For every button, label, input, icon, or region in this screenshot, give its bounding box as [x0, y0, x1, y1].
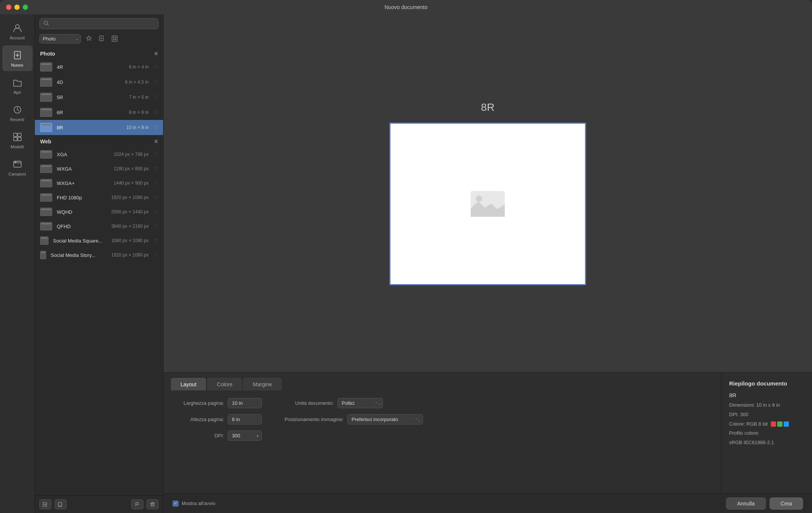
dimensioni-label: Dimensioni:	[729, 402, 755, 408]
template-size-6R: 8 in × 6 in	[129, 110, 149, 115]
template-item-WXGA[interactable]: WXGA 1280 px × 800 px ♡	[35, 162, 163, 176]
svg-rect-24	[58, 502, 62, 507]
template-heart-social-story[interactable]: ♡	[153, 252, 158, 258]
nuovo-icon	[11, 49, 23, 61]
recenti-icon	[11, 104, 23, 116]
category-select-wrap: Photo Web Print Video Custom	[39, 34, 81, 44]
add-template-button[interactable]	[39, 499, 51, 509]
template-item-4R[interactable]: 4R 6 in × 4 in ♡	[35, 59, 163, 75]
section-header-web: Web ≡	[35, 135, 163, 147]
template-item-FHD1080p[interactable]: FHD 1080p 1920 px × 1080 px ♡	[35, 190, 163, 205]
search-input[interactable]	[51, 21, 154, 26]
sidebar-item-modelli[interactable]: Modelli	[2, 127, 33, 153]
section-menu-photo[interactable]: ≡	[154, 50, 158, 57]
tab-layout[interactable]: Layout	[171, 378, 206, 390]
sidebar-item-account[interactable]: Account	[2, 18, 33, 44]
template-heart-social-square[interactable]: ♡	[153, 238, 158, 244]
template-heart-8R[interactable]: ♡	[153, 125, 158, 131]
section-title-web: Web	[40, 138, 51, 145]
unita-select[interactable]: Pollici Centimetri Millimetri Pixel	[338, 398, 383, 408]
dimensioni-value: 10 in x 8 in	[756, 402, 780, 408]
template-heart-4D[interactable]: ♡	[153, 79, 158, 85]
template-heart-WQHD[interactable]: ♡	[153, 209, 158, 215]
section-menu-web[interactable]: ≡	[154, 138, 158, 145]
flag-template-button[interactable]	[131, 499, 143, 509]
show-on-start-checkbox[interactable]: ✓	[173, 501, 179, 507]
dpi-label: DPI:	[175, 433, 224, 438]
profilo-label: Profilo colore:	[729, 430, 759, 436]
sidebar-item-nuovo[interactable]: Nuovo	[2, 45, 33, 71]
template-size-QFHD: 3840 px × 2160 px	[111, 224, 149, 229]
template-thumb-WQHD	[40, 208, 52, 216]
favorite-filter-button[interactable]	[84, 34, 94, 44]
category-select[interactable]: Photo Web Print Video Custom	[39, 34, 81, 44]
template-item-XGA[interactable]: XGA 1024 px × 768 px ♡	[35, 147, 163, 162]
template-thumb-6R	[40, 108, 52, 117]
minimize-button[interactable]	[14, 5, 20, 10]
template-item-QFHD[interactable]: QFHD 3840 px × 2160 px ♡	[35, 219, 163, 233]
search-input-wrap[interactable]	[39, 18, 159, 29]
filter-bar: Photo Web Print Video Custom	[35, 32, 163, 47]
settings-col-right: Unità documento: Pollici Centimetri Mill…	[285, 398, 423, 424]
template-item-WQHD[interactable]: WQHD 2560 px × 1440 px ♡	[35, 205, 163, 219]
layout-filter-button[interactable]	[110, 34, 120, 44]
template-heart-WXGAplus[interactable]: ♡	[153, 180, 158, 186]
svg-rect-17	[113, 37, 114, 38]
template-heart-6R[interactable]: ♡	[153, 110, 158, 115]
sidebar-item-campioni[interactable]: Campioni	[2, 154, 33, 180]
color-chips	[771, 421, 789, 427]
dpi-select[interactable]: 300 72 96 150	[228, 431, 262, 441]
template-item-8R[interactable]: 8R 10 in × 8 in ♡	[35, 120, 163, 135]
template-heart-FHD1080p[interactable]: ♡	[153, 195, 158, 201]
new-doc-filter-button[interactable]	[97, 34, 107, 44]
posizionamento-select[interactable]: Preferisci incorporato Preferisci colleg…	[347, 414, 423, 424]
template-heart-4R[interactable]: ♡	[153, 64, 158, 70]
template-panel: Photo Web Print Video Custom	[35, 14, 163, 513]
tab-margine[interactable]: Margine	[243, 378, 282, 390]
larghezza-input[interactable]	[228, 398, 262, 408]
settings-row-posizionamento: Posizionamento immagine: Preferisci inco…	[285, 414, 423, 424]
tab-colore[interactable]: Colore	[207, 378, 242, 390]
expand-template-button[interactable]	[54, 499, 67, 509]
show-on-start[interactable]: ✓ Mostra all'avvio	[173, 501, 215, 507]
preview-area: 8R La	[163, 14, 812, 513]
sidebar-label-account: Account	[10, 36, 25, 40]
altezza-input[interactable]	[228, 414, 262, 424]
template-item-social-square[interactable]: Social Media Square... 1080 px × 1080 px…	[35, 233, 163, 248]
template-thumb-social-square	[40, 236, 48, 245]
delete-template-button[interactable]	[146, 499, 159, 509]
sidebar-label-nuovo: Nuovo	[11, 63, 23, 67]
template-heart-XGA[interactable]: ♡	[153, 152, 158, 157]
dpi-select-wrap: 300 72 96 150	[228, 431, 262, 441]
template-thumb-4R	[40, 62, 52, 72]
summary-dimensioni: Dimensioni: 10 in x 8 in	[729, 401, 804, 409]
cancel-button[interactable]: Annulla	[726, 497, 766, 510]
section-title-photo: Photo	[40, 51, 55, 57]
search-bar	[35, 14, 163, 32]
sidebar-item-recenti[interactable]: Recenti	[2, 100, 33, 126]
template-heart-5R[interactable]: ♡	[153, 95, 158, 100]
template-name-8R: 8R	[57, 125, 122, 131]
fullscreen-button[interactable]	[23, 5, 28, 10]
template-name-WXGA: WXGA	[57, 166, 109, 172]
create-button[interactable]: Crea	[770, 497, 803, 510]
summary-profilo: Profilo colore:	[729, 429, 804, 437]
template-list: Photo ≡ 4R 6 in × 4 in ♡ 4D 6 in × 4.5 i…	[35, 47, 163, 495]
colore-label: Colore:	[729, 421, 745, 427]
svg-rect-18	[115, 37, 116, 38]
template-item-6R[interactable]: 6R 8 in × 6 in ♡	[35, 105, 163, 120]
altezza-label: Altezza pagina:	[175, 417, 224, 422]
template-name-WQHD: WQHD	[57, 209, 107, 215]
template-item-5R[interactable]: 5R 7 in × 5 in ♡	[35, 90, 163, 105]
close-button[interactable]	[6, 5, 11, 10]
template-heart-QFHD[interactable]: ♡	[153, 224, 158, 229]
sidebar-item-apri[interactable]: Apri	[2, 73, 33, 98]
template-size-4D: 6 in × 4.5 in	[125, 79, 149, 85]
template-item-WXGA+[interactable]: WXGA+ 1440 px × 900 px ♡	[35, 176, 163, 190]
apri-icon	[11, 76, 23, 89]
template-item-4D[interactable]: 4D 6 in × 4.5 in ♡	[35, 75, 163, 90]
bottom-bar: ✓ Mostra all'avvio Annulla Crea	[163, 493, 812, 513]
summary-dpi-value: 300	[740, 412, 748, 417]
template-heart-WXGA[interactable]: ♡	[153, 166, 158, 172]
template-item-social-story[interactable]: Social Media Story... 1920 px × 1080 px …	[35, 248, 163, 262]
